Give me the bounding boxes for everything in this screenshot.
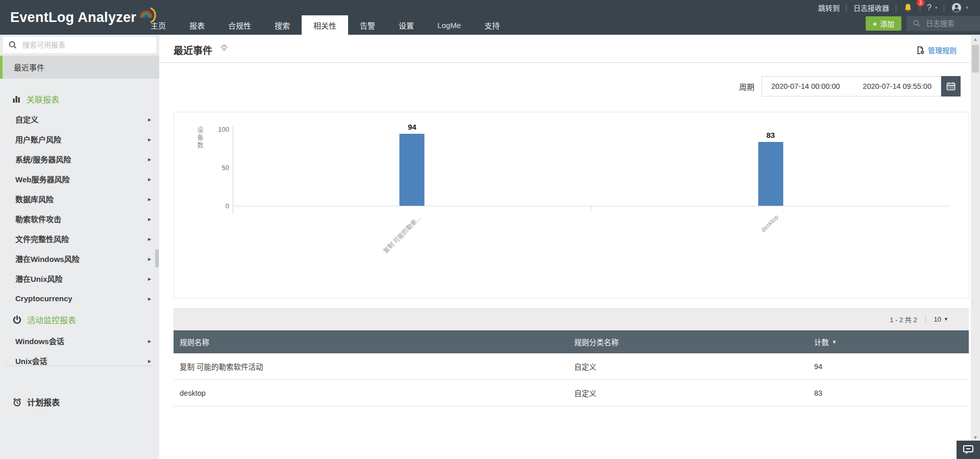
tab-compliance[interactable]: 合规性	[216, 15, 263, 35]
pagination-range: 1 - 2 共 2	[890, 315, 917, 324]
sidebar-item-recent-events[interactable]: 最近事件	[0, 56, 159, 79]
sidebar-item-scheduled-reports[interactable]: 计划报表	[0, 392, 159, 412]
section-activity-monitoring-reports[interactable]: 活动监控报表	[0, 308, 159, 331]
column-header-rule-name[interactable]: 规则名称	[174, 336, 574, 347]
tab-home[interactable]: 主页	[139, 15, 178, 35]
search-icon	[913, 19, 921, 28]
divider	[925, 315, 926, 323]
sidebar-item-cryptocurrency[interactable]: Cryptocurrency ▸	[0, 288, 159, 308]
item-label: 潜在Windows风险	[15, 253, 80, 264]
sidebar-item-database-risk[interactable]: 数据库风险 ▸	[0, 189, 159, 209]
item-label: Cryptocurrency	[15, 294, 72, 303]
manage-rules-link[interactable]: 管理规则	[916, 45, 957, 55]
search-icon	[8, 40, 17, 50]
tab-reports[interactable]: 报表	[178, 15, 216, 35]
calendar-button[interactable]	[941, 76, 961, 96]
chevron-down-icon: ▾	[935, 5, 938, 10]
sidebar-item-system-server-risk[interactable]: 系统/服务器风险 ▸	[0, 149, 159, 169]
x-axis-tick	[591, 206, 592, 210]
column-header-count[interactable]: 计数 ▼	[814, 336, 969, 347]
column-header-rule-category[interactable]: 规则分类名称	[574, 336, 814, 347]
section-label: 活动监控报表	[27, 313, 76, 326]
chevron-right-icon: ▸	[148, 136, 151, 143]
divider	[159, 62, 971, 63]
bar-chart-icon	[12, 94, 21, 104]
sidebar-item-unix-sessions[interactable]: Unix会话 ▸	[0, 351, 159, 366]
cell-rule-name: desktop	[174, 389, 574, 397]
chart-bar-ransomware[interactable]	[400, 134, 425, 206]
log-search-input[interactable]	[926, 19, 975, 28]
sidebar-item-windows-sessions[interactable]: Windows会话 ▸	[0, 331, 159, 351]
chevron-right-icon: ▸	[148, 275, 151, 282]
section-label: 关联报表	[27, 93, 59, 105]
tab-logme[interactable]: LogMe	[426, 15, 473, 35]
main-scrollbar[interactable]: ▲ ▼	[971, 35, 980, 442]
tab-correlation[interactable]: 相关性	[302, 15, 348, 35]
chart-bar-desktop[interactable]	[758, 142, 783, 206]
top-bar: EventLog Analyzer 主页 报表 合规性 搜索 相关性 告警 设置…	[0, 0, 980, 35]
chevron-right-icon: ▸	[148, 116, 151, 123]
jump-to-link[interactable]: 跳转到	[812, 3, 846, 13]
sidebar-item-custom[interactable]: 自定义 ▸	[0, 109, 159, 129]
chevron-right-icon: ▸	[148, 196, 151, 203]
report-search-box[interactable]	[3, 37, 156, 53]
chat-bubble-icon	[962, 444, 974, 455]
main-area: 最近事件 管理规则 周期 2020-07-14 00:00:00	[159, 35, 980, 459]
y-axis-label: 设备数	[195, 127, 204, 150]
tab-search[interactable]: 搜索	[263, 15, 302, 35]
sidebar-item-file-integrity-risk[interactable]: 文件完整性风险 ▸	[0, 229, 159, 249]
scroll-up-arrow[interactable]: ▲	[971, 37, 980, 42]
sidebar-item-potential-unix-risk[interactable]: 潜在Unix风险 ▸	[0, 269, 159, 288]
report-search-input[interactable]	[22, 41, 145, 49]
log-search-box[interactable]	[906, 16, 980, 31]
sort-descending-icon: ▼	[832, 340, 837, 345]
page-title: 最近事件	[174, 43, 212, 57]
scroll-down-arrow[interactable]: ▼	[971, 435, 980, 440]
sidebar-item-potential-windows-risk[interactable]: 潜在Windows风险 ▸	[0, 249, 159, 269]
tab-alerts[interactable]: 告警	[348, 15, 387, 35]
chevron-right-icon: ▸	[148, 357, 151, 365]
page-size-value: 10	[934, 316, 941, 323]
item-label: Web服务器风险	[15, 174, 69, 184]
tab-support[interactable]: 支持	[473, 15, 511, 35]
plus-icon: +	[873, 19, 877, 28]
main-nav: 主页 报表 合规性 搜索 相关性 告警 设置 LogMe 支持	[139, 15, 511, 35]
pagination-bar: 1 - 2 共 2 10 ▼	[174, 308, 969, 330]
y-tick-50: 50	[209, 164, 229, 172]
chart-category-label: desktop	[760, 213, 780, 234]
app-logo[interactable]: EventLog Analyzer	[10, 0, 156, 35]
sidebar-item-web-server-risk[interactable]: Web服务器风险 ▸	[0, 169, 159, 189]
sidebar-item-user-account-risk[interactable]: 用户账户风险 ▸	[0, 129, 159, 149]
add-button[interactable]: + 添加	[866, 16, 901, 31]
cell-count: 94	[814, 363, 969, 371]
log-receiver-link[interactable]: 日志接收器	[847, 3, 896, 13]
notifications-button[interactable]: 3	[896, 3, 920, 13]
help-label: ?	[927, 3, 932, 12]
table-row[interactable]: desktop 自定义 83	[174, 380, 969, 406]
user-menu[interactable]: ▾	[944, 2, 975, 13]
tab-settings[interactable]: 设置	[387, 15, 426, 35]
period-range-field[interactable]: 2020-07-14 00:00:00 2020-07-14 09:55:00	[762, 76, 941, 96]
sidebar-collapse-handle[interactable]	[155, 249, 159, 268]
title-row: 最近事件 管理规则	[174, 43, 957, 57]
sidebar-item-ransomware-attack[interactable]: 勒索软件攻击 ▸	[0, 209, 159, 229]
y-axis-line	[233, 127, 233, 213]
chevron-right-icon: ▸	[148, 215, 151, 223]
item-label: 用户账户风险	[15, 134, 61, 144]
page-size-dropdown[interactable]: 10 ▼	[934, 316, 948, 323]
feedback-button[interactable]	[957, 441, 980, 459]
sidebar-divider	[5, 366, 154, 366]
lightbulb-icon[interactable]	[219, 43, 229, 53]
section-correlation-reports[interactable]: 关联报表	[0, 89, 159, 109]
add-button-label: 添加	[880, 18, 894, 29]
bell-icon	[903, 3, 913, 13]
item-label: Windows会话	[15, 335, 64, 346]
table-row[interactable]: 复制 可能的勒索软件活动 自定义 94	[174, 353, 969, 380]
cell-rule-name: 复制 可能的勒索软件活动	[174, 361, 574, 372]
chevron-right-icon: ▸	[148, 255, 151, 262]
scrollbar-thumb[interactable]	[972, 45, 979, 73]
help-menu[interactable]: ? ▾	[920, 3, 944, 12]
bar-value-label: 83	[766, 131, 775, 139]
period-label: 周期	[739, 81, 754, 92]
document-gear-icon	[916, 45, 925, 55]
